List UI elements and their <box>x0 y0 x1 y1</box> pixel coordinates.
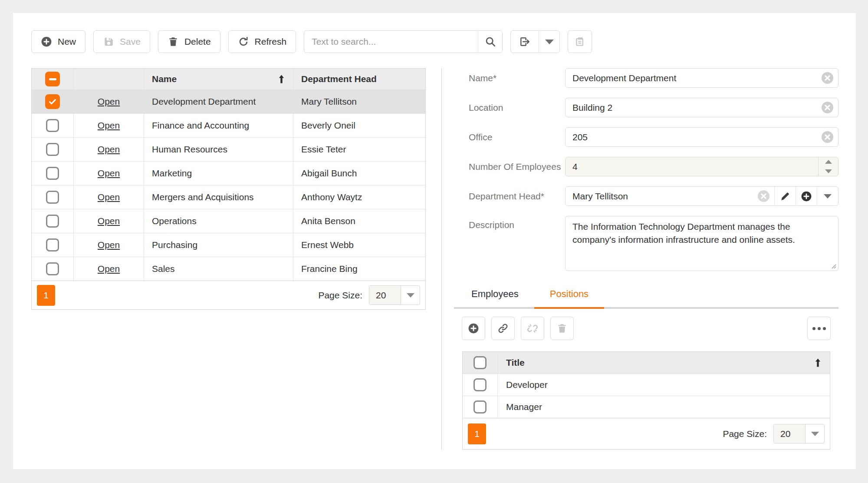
department-head-cell: Abigail Bunch <box>293 162 425 185</box>
add-position-button[interactable] <box>462 317 485 340</box>
open-link[interactable]: Open <box>98 144 120 155</box>
table-row[interactable]: Open Marketing Abigail Bunch <box>32 161 425 185</box>
save-button-label: Save <box>120 36 141 47</box>
export-menu-button[interactable] <box>539 31 559 53</box>
row-checkbox[interactable] <box>46 167 59 180</box>
name-cell: Finance and Accounting <box>144 114 293 137</box>
row-checkbox[interactable] <box>473 378 487 391</box>
row-select-cell <box>32 114 73 137</box>
save-button[interactable]: Save <box>93 30 150 53</box>
location-field <box>565 98 838 117</box>
number-of-employees-input[interactable] <box>566 162 818 172</box>
positions-grid: Title Developer Manager 1 Page Size: 20 <box>462 351 830 450</box>
table-row[interactable]: Open Development Department Mary Tellits… <box>32 89 425 113</box>
row-select-cell <box>32 162 73 185</box>
title-column-header[interactable]: Title <box>497 352 830 374</box>
page-size-label: Page Size: <box>318 290 362 301</box>
refresh-button[interactable]: Refresh <box>228 30 296 53</box>
form-row-description: Description The Information Technology D… <box>454 216 838 271</box>
new-button-label: New <box>58 36 76 47</box>
lookup-dropdown-button[interactable] <box>817 187 838 205</box>
clear-icon[interactable] <box>757 189 770 203</box>
trash-icon <box>168 36 179 47</box>
plus-circle-icon <box>801 191 812 202</box>
select-all-checkbox[interactable] <box>45 72 60 86</box>
chain-link-icon <box>497 323 509 334</box>
tab-employees[interactable]: Employees <box>456 281 534 309</box>
departments-grid-pager: 1 Page Size: 20 <box>32 281 425 309</box>
open-link[interactable]: Open <box>98 96 120 107</box>
ellipsis-icon <box>812 327 826 330</box>
open-link[interactable]: Open <box>98 240 120 250</box>
row-checkbox[interactable] <box>46 215 59 228</box>
department-head-cell: Ernest Webb <box>293 233 425 257</box>
row-checkbox[interactable] <box>46 191 59 204</box>
clear-icon[interactable] <box>821 130 834 144</box>
row-checkbox[interactable] <box>46 238 59 251</box>
row-checkbox[interactable] <box>46 143 59 156</box>
export-button[interactable] <box>511 31 539 53</box>
tab-employees-label: Employees <box>471 288 519 300</box>
page-size-dropdown-button[interactable] <box>805 424 824 443</box>
edit-lookup-button[interactable] <box>774 187 796 205</box>
name-column-header[interactable]: Name <box>144 69 293 89</box>
row-checkbox[interactable] <box>473 400 487 414</box>
more-options-button[interactable] <box>807 317 831 340</box>
delete-position-button[interactable] <box>550 317 574 340</box>
table-row[interactable]: Open Purchasing Ernest Webb <box>32 233 425 257</box>
row-checkbox-checked[interactable] <box>45 94 60 109</box>
refresh-button-label: Refresh <box>255 36 287 47</box>
spin-down-button[interactable] <box>819 167 838 176</box>
form-row-location: Location <box>454 98 838 117</box>
row-checkbox[interactable] <box>46 262 59 275</box>
link-button[interactable] <box>491 317 515 340</box>
page-size-dropdown-button[interactable] <box>401 286 420 304</box>
open-link[interactable]: Open <box>98 216 120 226</box>
table-row[interactable]: Open Finance and Accounting Beverly Onei… <box>32 113 425 137</box>
page-1-button[interactable]: 1 <box>468 423 486 444</box>
resize-handle-icon[interactable] <box>832 264 836 269</box>
department-head-cell: Anthony Waytz <box>293 185 425 209</box>
open-cell: Open <box>73 90 144 113</box>
department-head-column-header[interactable]: Department Head <box>293 69 425 89</box>
new-button[interactable]: New <box>31 30 85 53</box>
table-row[interactable]: Open Sales Francine Bing <box>32 257 425 281</box>
spin-up-button[interactable] <box>819 157 838 167</box>
add-lookup-button[interactable] <box>796 187 817 205</box>
tab-positions[interactable]: Positions <box>534 281 604 309</box>
office-input[interactable] <box>566 132 821 142</box>
select-all-checkbox[interactable] <box>473 356 487 369</box>
description-textarea[interactable]: The Information Technology Department ma… <box>566 216 838 271</box>
open-cell: Open <box>73 138 144 161</box>
clear-icon[interactable] <box>821 71 834 85</box>
row-checkbox[interactable] <box>46 119 59 132</box>
open-link[interactable]: Open <box>98 192 120 202</box>
table-row[interactable]: Open Human Resources Essie Teter <box>32 137 425 161</box>
spin-buttons <box>818 157 838 176</box>
broken-chain-icon <box>527 323 538 334</box>
row-select-cell <box>32 233 73 257</box>
delete-button[interactable]: Delete <box>158 30 220 53</box>
unlink-button[interactable] <box>521 317 544 340</box>
clipboard-button[interactable] <box>568 30 592 53</box>
page-size-select[interactable]: 20 <box>773 424 825 443</box>
department-head-input[interactable] <box>566 191 757 202</box>
table-row[interactable]: Developer <box>463 374 830 396</box>
table-row[interactable]: Manager <box>463 396 830 418</box>
table-row[interactable]: Open Mergers and Acquisitions Anthony Wa… <box>32 185 425 209</box>
table-row[interactable]: Open Operations Anita Benson <box>32 209 425 233</box>
open-link[interactable]: Open <box>98 120 120 131</box>
open-cell: Open <box>73 257 144 281</box>
name-input[interactable] <box>566 73 821 83</box>
clear-icon[interactable] <box>821 101 834 114</box>
department-head-cell: Francine Bing <box>293 257 425 281</box>
location-input[interactable] <box>566 103 821 113</box>
open-link[interactable]: Open <box>98 168 120 179</box>
page-size-select[interactable]: 20 <box>369 285 420 305</box>
open-link[interactable]: Open <box>98 264 120 274</box>
page-1-button[interactable]: 1 <box>37 285 55 306</box>
form-row-department-head: Department Head* <box>454 186 838 206</box>
search-input[interactable] <box>304 31 478 53</box>
plus-circle-icon <box>41 36 52 47</box>
search-button[interactable] <box>478 31 502 53</box>
